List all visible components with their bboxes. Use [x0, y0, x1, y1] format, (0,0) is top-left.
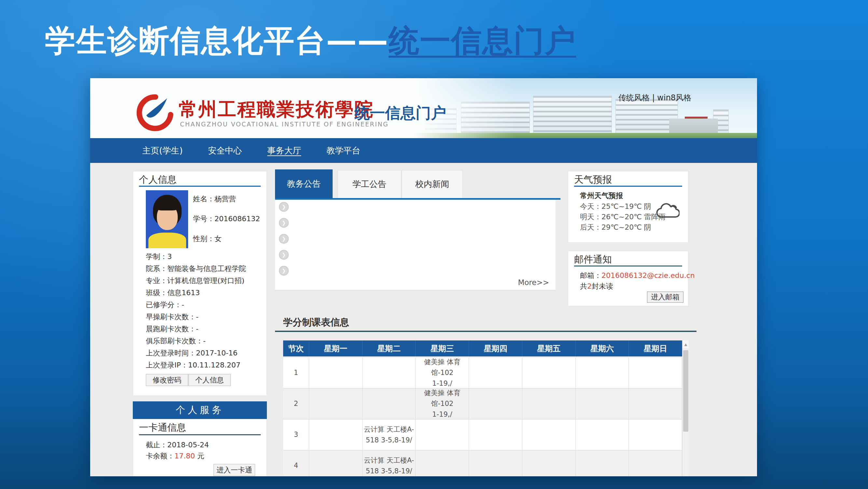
divider [139, 186, 261, 187]
table-row: 3 云计算 天工楼A-518 3-5,8-19/ [283, 420, 682, 451]
course-cell [629, 358, 682, 388]
mail-address-line: 邮箱：2016086132@czie.edu.cn [580, 271, 695, 281]
course-cell [469, 420, 522, 450]
announcement-item[interactable]: ❯ [279, 217, 289, 229]
announcement-item[interactable]: ❯ [279, 265, 289, 277]
course-cell: 健美操 体育馆-1021-19,/ [415, 358, 469, 388]
col-saturday: 星期六 [576, 340, 629, 356]
course-cell [522, 420, 576, 450]
nav-item-home[interactable]: 主页(学生) [142, 145, 183, 156]
profile-panel-title: 个人信息 [139, 173, 177, 186]
course-cell [363, 358, 416, 388]
slide-background: 学生诊断信息化平台——统一信息门户 传统风格 | win8风格 常州工程職業技術… [0, 0, 868, 489]
timetable-grid: 节次 星期一 星期二 星期三 星期四 星期五 星期六 星期日 1 健美操 体育馆… [283, 340, 682, 476]
period-cell: 4 [283, 451, 309, 476]
school-name: 常州工程職業技術學院 [179, 97, 374, 122]
course-cell [576, 389, 629, 419]
course-line: 518 3-5,8-19/ [366, 466, 412, 477]
weather-panel: 天气预报 常州天气预报 今天：25℃~19℃ 阴 明天：26℃~20℃ 雷阵雨 … [568, 171, 688, 243]
course-cell [629, 389, 682, 419]
course-cell [576, 451, 629, 476]
divider [574, 265, 682, 266]
course-line: 健美操 体育馆-102 [415, 388, 469, 409]
more-link[interactable]: More>> [518, 278, 549, 287]
timetable: 节次 星期一 星期二 星期三 星期四 星期五 星期六 星期日 1 健美操 体育馆… [283, 340, 689, 476]
profile-student-id: 学号：2016086132 [193, 214, 260, 224]
balance-label: 卡余额： [146, 452, 175, 460]
tab-campus-news[interactable]: 校内新闻 [402, 170, 463, 198]
chevron-right-icon: ❯ [279, 234, 289, 244]
cloud-icon [655, 201, 680, 220]
nav-item-teaching[interactable]: 教学平台 [327, 145, 360, 156]
course-cell [469, 358, 522, 388]
course-line: 518 3-5,8-19/ [366, 435, 412, 446]
slide-title-link[interactable]: 统一信息门户 [389, 23, 576, 58]
profile-detail: 上次登录时间：2017-10-16 [146, 347, 263, 359]
course-cell [522, 358, 576, 388]
unread-count: 2 [587, 282, 592, 290]
weather-city: 常州天气预报 [580, 191, 623, 201]
col-tuesday: 星期二 [363, 340, 416, 356]
announcement-item[interactable]: ❯ [279, 249, 289, 261]
course-cell [576, 358, 629, 388]
onecard-deadline: 截止：2018-05-24 [146, 440, 209, 450]
course-line: 1-19,/ [432, 409, 452, 420]
nav-item-security[interactable]: 安全中心 [208, 145, 242, 156]
portal-page: 传统风格 | win8风格 常州工程職業技術學院 CHANGZHOU VOCAT… [90, 78, 757, 476]
tab-academic-notices[interactable]: 教务公告 [275, 169, 333, 198]
course-cell [522, 451, 576, 476]
course-cell: 云计算 天工楼A-518 3-5,8-19/ [363, 451, 416, 476]
profile-panel: 个人信息 姓名：杨营营 学号：2016086132 性别：女 学制：3 院系：智… [133, 171, 267, 396]
announcement-list: ❯ ❯ ❯ ❯ ❯ More>> [275, 200, 556, 290]
unread-suffix: 封未读 [592, 282, 613, 290]
change-password-button[interactable]: 修改密码 [146, 374, 188, 386]
enter-mailbox-button[interactable]: 进入邮箱 [647, 292, 683, 303]
chevron-right-icon: ❯ [279, 250, 289, 260]
mail-address-link[interactable]: 2016086132@czie.edu.cn [601, 271, 695, 280]
tab-student-notices[interactable]: 学工公告 [338, 170, 401, 198]
profile-detail: 院系：智能装备与信息工程学院 [146, 263, 263, 275]
course-line: 健美操 体育馆-102 [415, 357, 469, 378]
scrollbar-thumb[interactable] [683, 350, 688, 432]
profile-gender: 性别：女 [193, 234, 222, 244]
mail-panel: 邮件通知 邮箱：2016086132@czie.edu.cn 共2封未读 进入邮… [568, 251, 688, 306]
profile-detail: 班级：信息1613 [146, 287, 263, 299]
photo-fringe [156, 202, 179, 210]
weather-panel-title: 天气预报 [574, 173, 612, 186]
course-cell [309, 389, 363, 419]
course-cell [309, 420, 363, 450]
page-header: 传统风格 | win8风格 常州工程職業技術學院 CHANGZHOU VOCAT… [90, 78, 757, 138]
weather-today: 今天：25℃~19℃ 阴 [580, 202, 651, 211]
course-cell [629, 420, 682, 450]
col-friday: 星期五 [522, 340, 576, 356]
table-row: 2 健美操 体育馆-1021-19,/ [283, 389, 682, 420]
course-cell [576, 420, 629, 450]
balance-value: 17.80 [175, 452, 195, 460]
period-cell: 3 [283, 420, 309, 450]
onecard-balance: 卡余额：17.80 元 [146, 451, 205, 461]
col-sunday: 星期日 [629, 340, 682, 356]
scroll-up-icon[interactable]: ▲ [682, 340, 689, 349]
unread-prefix: 共 [580, 282, 587, 290]
announcement-item[interactable]: ❯ [279, 201, 289, 213]
col-monday: 星期一 [309, 340, 363, 356]
nav-item-affairs[interactable]: 事务大厅 [267, 145, 301, 156]
personal-info-button[interactable]: 个人信息 [188, 374, 231, 386]
slide-title: 学生诊断信息化平台——统一信息门户 [45, 20, 576, 62]
profile-detail: 专业：计算机信息管理(对口招) [146, 275, 263, 287]
photo-shirt [148, 233, 186, 248]
course-line: 云计算 天工楼A- [364, 424, 414, 435]
profile-detail: 上次登录IP：10.11.128.207 [146, 359, 263, 371]
enter-onecard-button[interactable]: 进入一卡通 [214, 464, 255, 476]
course-cell [309, 451, 363, 476]
style-switch-links[interactable]: 传统风格 | win8风格 [618, 92, 691, 103]
profile-detail: 俱乐部刷卡次数：- [146, 335, 263, 347]
table-scrollbar[interactable]: ▲ [682, 340, 689, 476]
period-cell: 2 [283, 389, 309, 419]
course-line: 云计算 天工楼A- [364, 455, 414, 466]
col-wednesday: 星期三 [415, 340, 469, 356]
mail-unread-line: 共2封未读 [580, 282, 613, 291]
portal-title: 统一信息门户 [354, 103, 446, 123]
announcement-item[interactable]: ❯ [279, 233, 289, 244]
chevron-right-icon: ❯ [279, 266, 289, 276]
